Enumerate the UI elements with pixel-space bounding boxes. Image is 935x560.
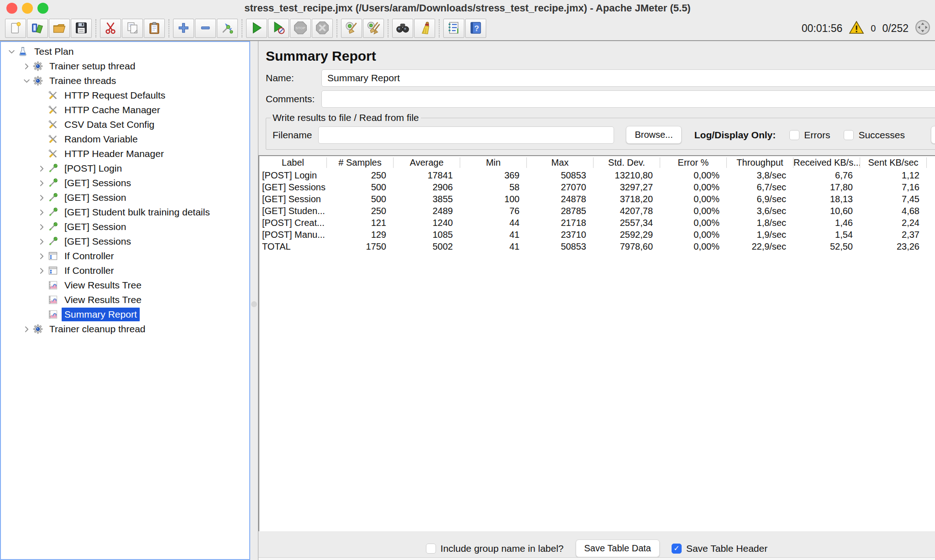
chevron-right-icon[interactable] xyxy=(36,179,47,187)
stop-button[interactable]: STOP xyxy=(290,19,311,38)
save-button[interactable] xyxy=(71,19,92,38)
chevron-right-icon[interactable] xyxy=(36,165,47,173)
tree-item-http-cache-manager[interactable]: HTTP Cache Manager xyxy=(1,103,249,117)
table-row[interactable]: TOTAL1750500241508537978,600,00%22,9/sec… xyxy=(259,241,935,252)
toolbar-separator xyxy=(242,19,242,37)
browse-button[interactable]: Browse... xyxy=(626,126,681,144)
open-file-button[interactable] xyxy=(49,19,70,38)
comments-input[interactable] xyxy=(321,90,935,108)
name-input[interactable] xyxy=(321,69,935,87)
cell-value: 0,00% xyxy=(660,230,727,240)
shutdown-button[interactable] xyxy=(312,19,333,38)
column-header-received-kb-s[interactable]: Received KB/s... xyxy=(793,157,860,168)
tree-item-get-session[interactable]: [GET] Session xyxy=(1,190,249,205)
tree-item-get-sessions[interactable]: [GET] Sessions xyxy=(1,234,249,249)
clear-all-button[interactable] xyxy=(363,19,384,38)
table-row[interactable]: [POST] Login250178413695085313210,800,00… xyxy=(259,169,935,181)
warning-indicator-icon[interactable] xyxy=(849,21,864,36)
table-row[interactable]: [GET] Studen...250248976287854207,780,00… xyxy=(259,205,935,217)
table-row[interactable]: [GET] Session5003855100248783718,200,00%… xyxy=(259,193,935,205)
chevron-right-icon[interactable] xyxy=(36,223,47,231)
toggle-button[interactable] xyxy=(217,19,238,38)
tree-item-random-variable[interactable]: Random Variable xyxy=(1,132,249,147)
split-pane-divider[interactable] xyxy=(250,41,258,560)
column-header-max[interactable]: Max xyxy=(527,157,594,168)
chevron-right-icon[interactable] xyxy=(36,194,47,202)
tree-item-trainer-cleanup-thread[interactable]: Trainer cleanup thread xyxy=(1,322,249,336)
cell-value: 41 xyxy=(460,230,527,240)
tree-item-view-results-tree[interactable]: View Results Tree xyxy=(1,278,249,293)
column-header-error[interactable]: Error % xyxy=(660,157,727,168)
zoom-window-button[interactable] xyxy=(37,3,48,14)
cell-value: 58 xyxy=(460,182,527,193)
cell-value: 7978,60 xyxy=(594,241,660,252)
save-table-header-checkbox[interactable]: ✓ xyxy=(672,544,682,554)
tree-item-get-sessions[interactable]: [GET] Sessions xyxy=(1,176,249,190)
help-button[interactable]: ? xyxy=(465,19,486,38)
tree-item-summary-report[interactable]: Summary Report xyxy=(1,307,249,322)
tree-item-if-controller[interactable]: If Controller xyxy=(1,263,249,278)
tree-item-if-controller[interactable]: If Controller xyxy=(1,249,249,263)
tree-item-view-results-tree[interactable]: View Results Tree xyxy=(1,293,249,307)
clear-button[interactable] xyxy=(341,19,362,38)
start-button[interactable] xyxy=(246,19,267,38)
column-header-average[interactable]: Average xyxy=(394,157,460,168)
listener-icon xyxy=(47,280,58,290)
tree-item-label: [GET] Student bulk training details xyxy=(62,205,213,219)
column-header-samples[interactable]: # Samples xyxy=(327,157,394,168)
search-reset-button[interactable] xyxy=(414,19,435,38)
table-row[interactable]: [POST] Manu...129108541237102592,290,00%… xyxy=(259,229,935,241)
toolbar-separator xyxy=(439,19,440,37)
successes-checkbox[interactable] xyxy=(844,130,854,140)
chevron-down-icon[interactable] xyxy=(21,77,32,85)
start-no-timers-button[interactable] xyxy=(268,19,289,38)
filename-input[interactable] xyxy=(318,126,614,144)
save-table-data-button[interactable]: Save Table Data xyxy=(576,539,660,557)
table-row[interactable]: [POST] Creat...121124044217182557,340,00… xyxy=(259,217,935,229)
chevron-down-icon[interactable] xyxy=(5,48,17,56)
tree-item-get-student-bulk-training-details[interactable]: [GET] Student bulk training details xyxy=(1,205,249,220)
function-helper-button[interactable] xyxy=(443,19,464,38)
copy-button[interactable] xyxy=(122,19,143,38)
column-header-throughput[interactable]: Throughput xyxy=(727,157,793,168)
column-header-std-dev[interactable]: Std. Dev. xyxy=(594,157,660,168)
cut-button[interactable] xyxy=(100,19,121,38)
tree-item-label: CSV Data Set Config xyxy=(62,118,157,131)
tree-item-csv-data-set-config[interactable]: CSV Data Set Config xyxy=(1,117,249,132)
tree-item-http-request-defaults[interactable]: HTTP Request Defaults xyxy=(1,88,249,103)
paste-button[interactable] xyxy=(144,19,165,38)
thread-group-icon xyxy=(32,61,43,71)
tree-item-trainer-setup-thread[interactable]: Trainer setup thread xyxy=(1,59,249,73)
cell-value: 129 xyxy=(327,230,394,240)
new-file-button[interactable] xyxy=(5,19,26,38)
tree-item-label: Trainer setup thread xyxy=(47,59,138,73)
chevron-right-icon[interactable] xyxy=(36,238,47,246)
tree-item-trainee-threads[interactable]: Trainee threads xyxy=(1,73,249,88)
column-header-min[interactable]: Min xyxy=(460,157,527,168)
collapse-all-button[interactable] xyxy=(195,19,216,38)
templates-button[interactable] xyxy=(27,19,48,38)
toolbar: STOP ? 00:01:56 0 0/252 xyxy=(0,16,935,41)
tree-item-http-header-manager[interactable]: HTTP Header Manager xyxy=(1,147,249,161)
column-header-label[interactable]: Label xyxy=(259,157,327,168)
tree-item-post-login[interactable]: [POST] Login xyxy=(1,161,249,176)
table-row[interactable]: [GET] Sessions500290658270703297,270,00%… xyxy=(259,181,935,193)
chevron-right-icon[interactable] xyxy=(21,325,32,333)
close-window-button[interactable] xyxy=(6,3,17,14)
errors-checkbox[interactable] xyxy=(789,130,799,140)
column-header-sent-kb-sec[interactable]: Sent KB/sec xyxy=(860,157,927,168)
chevron-right-icon[interactable] xyxy=(36,252,47,260)
chevron-right-icon[interactable] xyxy=(36,267,47,275)
chevron-right-icon[interactable] xyxy=(21,63,32,70)
chevron-right-icon[interactable] xyxy=(36,209,47,216)
search-button[interactable] xyxy=(392,19,413,38)
divider-handle[interactable] xyxy=(251,301,257,307)
configure-button[interactable]: Co xyxy=(931,126,935,144)
expand-all-button[interactable] xyxy=(173,19,194,38)
minimize-window-button[interactable] xyxy=(22,3,33,14)
name-label: Name: xyxy=(266,73,321,84)
tree-item-test-plan[interactable]: Test Plan xyxy=(1,44,249,59)
include-group-name-checkbox[interactable] xyxy=(426,544,436,554)
tree-item-get-session[interactable]: [GET] Session xyxy=(1,220,249,234)
toolbar-separator xyxy=(336,19,337,37)
